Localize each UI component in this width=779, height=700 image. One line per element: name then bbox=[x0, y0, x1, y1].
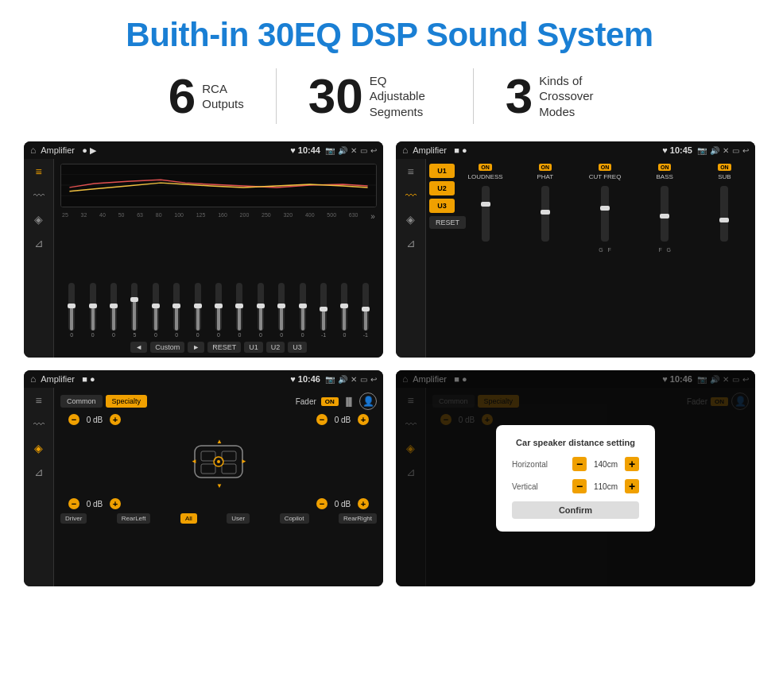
slider-thumb-7[interactable] bbox=[215, 304, 223, 308]
bass-slider[interactable] bbox=[661, 186, 669, 242]
rearleft-btn[interactable]: RearLeft bbox=[117, 513, 151, 524]
home-icon-2[interactable]: ⌂ bbox=[402, 145, 408, 156]
horizontal-minus[interactable]: − bbox=[572, 457, 587, 471]
wave-icon-2[interactable]: 〰 bbox=[405, 189, 417, 202]
minimize-icon-1[interactable]: ▭ bbox=[360, 146, 367, 155]
eq-reset-btn[interactable]: RESET bbox=[207, 342, 241, 353]
eq-nav: ◄ Custom ► RESET U1 U2 U3 bbox=[60, 342, 377, 353]
vol-plus-tr[interactable]: + bbox=[358, 414, 369, 425]
slider-fill-7 bbox=[217, 307, 220, 331]
close-icon-1[interactable]: ✕ bbox=[351, 146, 357, 155]
bass-thumb[interactable] bbox=[660, 214, 669, 219]
slider-track-14[interactable] bbox=[362, 283, 369, 331]
phat-slider[interactable] bbox=[541, 186, 549, 242]
vertical-minus[interactable]: − bbox=[572, 479, 587, 493]
vol-minus-tl[interactable]: − bbox=[68, 414, 79, 425]
loudness-thumb[interactable] bbox=[481, 202, 490, 207]
fader-specialty-tab[interactable]: Specialty bbox=[106, 395, 148, 408]
fader-on-btn[interactable]: ON bbox=[321, 397, 339, 406]
preset-u1[interactable]: U1 bbox=[429, 164, 455, 178]
slider-thumb-2[interactable] bbox=[110, 304, 118, 308]
vol-plus-tl[interactable]: + bbox=[110, 414, 121, 425]
slider-track-3[interactable] bbox=[131, 283, 138, 331]
slider-track-2[interactable] bbox=[110, 283, 117, 331]
minimize-icon-3[interactable]: ▭ bbox=[360, 375, 367, 384]
cutfreq-thumb[interactable] bbox=[600, 206, 610, 211]
rearright-btn[interactable]: RearRight bbox=[339, 513, 377, 524]
wave-icon-3[interactable]: 〰 bbox=[33, 418, 45, 431]
vol-minus-tr[interactable]: − bbox=[316, 414, 327, 425]
speaker-icon-2[interactable]: ◈ bbox=[406, 213, 415, 226]
horizontal-plus[interactable]: + bbox=[625, 457, 639, 471]
slider-track-1[interactable] bbox=[90, 283, 96, 331]
slider-thumb-6[interactable] bbox=[194, 304, 202, 308]
eq-u3-btn[interactable]: U3 bbox=[288, 342, 307, 353]
slider-track-12[interactable] bbox=[320, 283, 327, 331]
slider-thumb-14[interactable] bbox=[362, 307, 370, 311]
slider-thumb-5[interactable] bbox=[172, 304, 180, 308]
back-icon-1[interactable]: ↩ bbox=[370, 146, 377, 155]
home-icon-1[interactable]: ⌂ bbox=[30, 145, 36, 156]
sub-slider[interactable] bbox=[720, 186, 728, 242]
slider-thumb-13[interactable] bbox=[340, 304, 348, 308]
eq-custom-btn[interactable]: Custom bbox=[150, 342, 184, 353]
slider-thumb-3[interactable] bbox=[130, 297, 138, 302]
svg-point-10 bbox=[217, 460, 220, 463]
slider-thumb-1[interactable] bbox=[89, 304, 97, 308]
all-btn[interactable]: All bbox=[180, 513, 197, 524]
eq-prev-btn[interactable]: ◄ bbox=[130, 342, 147, 353]
slider-track-6[interactable] bbox=[195, 283, 201, 331]
vertical-plus[interactable]: + bbox=[625, 479, 639, 493]
copilot-btn[interactable]: Copilot bbox=[280, 513, 309, 524]
fader-common-tab[interactable]: Common bbox=[60, 395, 103, 408]
eq-u1-btn[interactable]: U1 bbox=[244, 342, 263, 353]
slider-thumb-0[interactable] bbox=[68, 304, 76, 308]
slider-thumb-12[interactable] bbox=[320, 307, 327, 311]
preset-u2[interactable]: U2 bbox=[429, 181, 455, 195]
slider-track-13[interactable] bbox=[341, 283, 347, 331]
wave-icon[interactable]: 〰 bbox=[33, 189, 45, 202]
phat-thumb[interactable] bbox=[541, 210, 550, 215]
minimize-icon-2[interactable]: ▭ bbox=[732, 146, 739, 155]
slider-track-4[interactable] bbox=[153, 283, 159, 331]
eq-icon-3[interactable]: ≡ bbox=[35, 394, 41, 407]
loudness-slider[interactable] bbox=[482, 186, 490, 242]
slider-track-10[interactable] bbox=[278, 283, 285, 331]
speaker-icon[interactable]: ◈ bbox=[34, 213, 43, 226]
vol-plus-bl[interactable]: + bbox=[110, 498, 121, 509]
user-btn[interactable]: User bbox=[227, 513, 250, 524]
eq-u2-btn[interactable]: U2 bbox=[266, 342, 285, 353]
volume-side-icon-3[interactable]: ⊿ bbox=[34, 466, 44, 478]
speaker-icon-3[interactable]: ◈ bbox=[34, 442, 43, 454]
driver-btn[interactable]: Driver bbox=[60, 513, 87, 524]
close-icon-2[interactable]: ✕ bbox=[723, 146, 729, 155]
slider-thumb-11[interactable] bbox=[299, 304, 307, 308]
slider-track-7[interactable] bbox=[215, 283, 222, 331]
eq-icon[interactable]: ≡ bbox=[35, 165, 41, 178]
slider-thumb-4[interactable] bbox=[152, 304, 160, 308]
vol-minus-br[interactable]: − bbox=[316, 498, 327, 509]
volume-side-icon[interactable]: ⊿ bbox=[34, 237, 44, 249]
slider-track-0[interactable] bbox=[68, 283, 75, 331]
slider-thumb-10[interactable] bbox=[277, 304, 285, 308]
slider-val-9: 0 bbox=[259, 332, 262, 338]
slider-track-5[interactable] bbox=[173, 283, 180, 331]
sub-thumb[interactable] bbox=[719, 218, 729, 222]
back-icon-3[interactable]: ↩ bbox=[370, 375, 377, 384]
preset-u3[interactable]: U3 bbox=[429, 199, 455, 213]
close-icon-3[interactable]: ✕ bbox=[351, 375, 357, 384]
back-icon-2[interactable]: ↩ bbox=[742, 146, 749, 155]
slider-track-11[interactable] bbox=[300, 283, 306, 331]
slider-thumb-8[interactable] bbox=[235, 304, 243, 308]
cutfreq-slider[interactable] bbox=[601, 186, 609, 242]
eq-next-btn[interactable]: ► bbox=[188, 342, 204, 353]
vol-plus-br[interactable]: + bbox=[358, 498, 369, 509]
eq-icon-2[interactable]: ≡ bbox=[407, 165, 413, 178]
vol-minus-bl[interactable]: − bbox=[68, 498, 79, 509]
slider-track-9[interactable] bbox=[258, 283, 264, 331]
confirm-button[interactable]: Confirm bbox=[512, 501, 639, 519]
slider-track-8[interactable] bbox=[236, 283, 242, 331]
volume-side-icon-2[interactable]: ⊿ bbox=[406, 237, 416, 249]
home-icon-3[interactable]: ⌂ bbox=[30, 373, 36, 385]
slider-thumb-9[interactable] bbox=[257, 304, 265, 308]
